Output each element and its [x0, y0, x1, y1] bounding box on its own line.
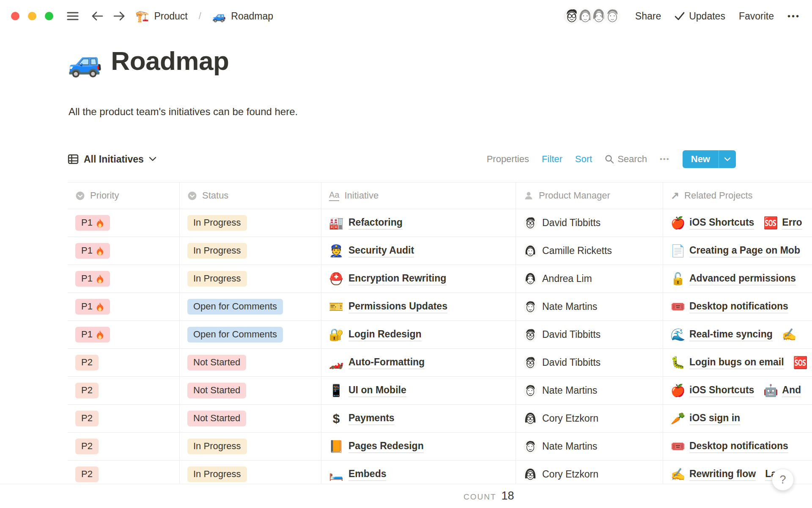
product-manager-cell[interactable]: David Tibbitts	[516, 209, 663, 237]
related-projects-cell[interactable]: 🍎iOS Shortcuts🆘Erro	[663, 209, 812, 237]
related-project-link[interactable]: 🔓Advanced permissions	[671, 273, 796, 285]
sort-button[interactable]: Sort	[575, 154, 592, 165]
viewer-avatars[interactable]	[562, 7, 622, 25]
breadcrumb-item-roadmap[interactable]: 🚙 Roadmap	[212, 11, 273, 22]
priority-cell[interactable]: P1	[68, 209, 180, 237]
new-button-dropdown[interactable]	[719, 150, 736, 168]
share-button[interactable]: Share	[635, 11, 661, 22]
priority-cell[interactable]: P2	[68, 461, 180, 484]
related-projects-cell[interactable]: 🥕iOS sign in	[663, 405, 812, 432]
initiative-cell[interactable]: 🔐Login Redesign	[321, 321, 516, 348]
initiative-link[interactable]: Encryption Rewriting	[348, 273, 446, 285]
product-manager-cell[interactable]: Nate Martins	[516, 377, 663, 404]
view-switcher[interactable]: All Initiatives	[68, 154, 156, 165]
initiative-link[interactable]: Auto-Formatting	[348, 356, 425, 369]
related-projects-cell[interactable]: 🎟️Desktop notifications	[663, 293, 812, 320]
status-cell[interactable]: In Progress	[180, 461, 321, 484]
related-projects-cell[interactable]: 📄Creating a Page on Mob	[663, 237, 812, 265]
related-project-link[interactable]: 🐛Login bugs on email	[671, 356, 784, 369]
column-header-status[interactable]: Status	[180, 182, 321, 209]
status-cell[interactable]: Not Started	[180, 405, 321, 432]
filter-button[interactable]: Filter	[542, 154, 562, 165]
related-project-link[interactable]: 🎟️Desktop notifications	[671, 440, 788, 453]
initiative-link[interactable]: Payments	[348, 412, 395, 425]
status-cell[interactable]: Open for Comments	[180, 321, 321, 348]
priority-cell[interactable]: P2	[68, 405, 180, 432]
minimize-window-button[interactable]	[28, 12, 36, 20]
related-project-link[interactable]: 🆘	[793, 357, 808, 369]
initiative-link[interactable]: Security Audit	[348, 245, 414, 257]
product-manager-cell[interactable]: Cory Etzkorn	[516, 461, 663, 484]
row-count[interactable]: COUNT 18	[464, 489, 514, 502]
initiative-cell[interactable]: ⛑️Encryption Rewriting	[321, 265, 516, 293]
initiative-link[interactable]: Refactoring	[348, 217, 403, 229]
status-cell[interactable]: Not Started	[180, 349, 321, 376]
related-project-link[interactable]: 🥕iOS sign in	[671, 412, 740, 425]
related-project-link[interactable]: 📄Creating a Page on Mob	[671, 245, 800, 257]
related-project-link[interactable]: 🌊Real-time syncing	[671, 329, 773, 341]
view-more-options-icon[interactable]: •••	[660, 155, 670, 163]
priority-cell[interactable]: P1	[68, 237, 180, 265]
column-header-product-manager[interactable]: Product Manager	[516, 182, 663, 209]
initiative-link[interactable]: Permissions Updates	[348, 301, 447, 313]
related-projects-cell[interactable]: 🍎iOS Shortcuts🤖And	[663, 377, 812, 404]
status-cell[interactable]: In Progress	[180, 265, 321, 293]
page-title[interactable]: Roadmap	[111, 46, 229, 76]
initiative-cell[interactable]: 🎫Permissions Updates	[321, 293, 516, 320]
initiative-cell[interactable]: 👮Security Audit	[321, 237, 516, 265]
related-project-link[interactable]: 🍎iOS Shortcuts	[671, 384, 754, 397]
product-manager-cell[interactable]: Cory Etzkorn	[516, 405, 663, 432]
zoom-window-button[interactable]	[45, 12, 53, 20]
column-header-priority[interactable]: Priority	[68, 182, 180, 209]
related-project-link[interactable]: 🍎iOS Shortcuts	[671, 217, 754, 229]
page-description[interactable]: All the product team's initiatives can b…	[69, 106, 298, 118]
priority-cell[interactable]: P2	[68, 349, 180, 376]
related-project-link[interactable]: ✍️Rewriting flow	[671, 468, 756, 481]
new-row-button[interactable]: New	[683, 150, 736, 168]
initiative-cell[interactable]: $Payments	[321, 405, 516, 432]
status-cell[interactable]: In Progress	[180, 237, 321, 265]
column-header-related-projects[interactable]: ↗Related Projects	[663, 182, 812, 209]
product-manager-cell[interactable]: Camille Ricketts	[516, 237, 663, 265]
related-projects-cell[interactable]: 🐛Login bugs on email🆘	[663, 349, 812, 376]
product-manager-cell[interactable]: David Tibbitts	[516, 321, 663, 348]
initiative-cell[interactable]: 📙Pages Redesign	[321, 433, 516, 460]
more-options-icon[interactable]: •••	[787, 11, 800, 21]
initiative-cell[interactable]: 📱UI on Mobile	[321, 377, 516, 404]
status-cell[interactable]: Open for Comments	[180, 293, 321, 320]
product-manager-cell[interactable]: Nate Martins	[516, 293, 663, 320]
favorite-button[interactable]: Favorite	[739, 11, 774, 22]
status-cell[interactable]: In Progress	[180, 433, 321, 460]
related-projects-cell[interactable]: 🔓Advanced permissions	[663, 265, 812, 293]
related-project-link[interactable]: 🎟️Desktop notifications	[671, 301, 788, 313]
related-projects-cell[interactable]: 🎟️Desktop notifications	[663, 433, 812, 460]
initiative-link[interactable]: UI on Mobile	[348, 384, 406, 397]
updates-button[interactable]: Updates	[675, 11, 725, 22]
initiative-link[interactable]: Pages Redesign	[348, 440, 424, 453]
initiative-link[interactable]: Login Redesign	[348, 329, 422, 341]
initiative-link[interactable]: Embeds	[348, 468, 386, 481]
product-manager-cell[interactable]: Andrea Lim	[516, 265, 663, 293]
forward-arrow-icon[interactable]	[113, 11, 125, 21]
priority-cell[interactable]: P1	[68, 293, 180, 320]
related-projects-cell[interactable]: 🌊Real-time syncing✍️	[663, 321, 812, 348]
product-manager-cell[interactable]: Nate Martins	[516, 433, 663, 460]
page-icon[interactable]: 🚙	[68, 48, 102, 76]
new-button-label[interactable]: New	[683, 150, 719, 168]
breadcrumb-item-product[interactable]: 🏗️ Product	[135, 11, 188, 22]
initiative-cell[interactable]: 🏎️Auto-Formatting	[321, 349, 516, 376]
status-cell[interactable]: In Progress	[180, 209, 321, 237]
priority-cell[interactable]: P1	[68, 321, 180, 348]
priority-cell[interactable]: P1	[68, 265, 180, 293]
close-window-button[interactable]	[11, 12, 19, 20]
column-header-initiative[interactable]: AaInitiative	[321, 182, 516, 209]
search-button[interactable]: Search	[605, 154, 647, 165]
priority-cell[interactable]: P2	[68, 377, 180, 404]
initiative-cell[interactable]: 🏭Refactoring	[321, 209, 516, 237]
back-arrow-icon[interactable]	[91, 11, 103, 21]
properties-button[interactable]: Properties	[487, 154, 529, 165]
related-project-link[interactable]: 🆘Erro	[763, 217, 802, 229]
product-manager-cell[interactable]: David Tibbitts	[516, 349, 663, 376]
related-project-link[interactable]: 🤖And	[763, 384, 801, 397]
related-project-link[interactable]: ✍️	[782, 329, 796, 341]
